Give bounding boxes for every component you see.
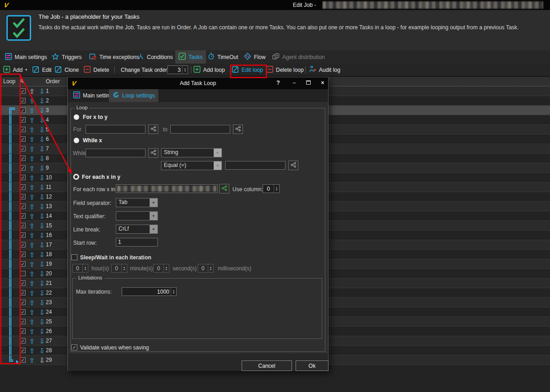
move-down-button[interactable]: ⇩: [38, 115, 46, 125]
variable-picker-button[interactable]: [233, 124, 243, 134]
move-down-button[interactable]: ⇩: [38, 202, 46, 211]
move-down-button[interactable]: ⇩: [38, 327, 46, 336]
edit-task-button[interactable]: Edit: [32, 64, 52, 76]
column-header-loop[interactable]: Loop: [3, 78, 16, 85]
move-up-button[interactable]: ⇧: [28, 307, 36, 317]
move-down-button[interactable]: ⇩: [38, 307, 46, 317]
spinner-arrows-icon[interactable]: ▴▾: [121, 264, 127, 272]
add-task-button[interactable]: Add▾: [3, 64, 27, 76]
delete-loop-button[interactable]: Delete loop: [266, 64, 304, 76]
row-active-checkbox[interactable]: ✓: [20, 328, 26, 334]
line-break-dropdown[interactable]: CrLf▼: [116, 225, 158, 234]
move-up-button[interactable]: ⇧: [28, 298, 36, 307]
sleep-seconds-spinner[interactable]: 0▴▾: [153, 264, 169, 273]
sleep-hours-spinner[interactable]: 0▴▾: [72, 264, 88, 273]
row-active-checkbox[interactable]: ✓: [20, 357, 26, 363]
move-up-button[interactable]: ⇧: [28, 346, 36, 355]
tab-flow[interactable]: Flow: [241, 50, 269, 64]
row-active-checkbox[interactable]: ✓: [20, 88, 26, 94]
move-up-button[interactable]: ⇧: [28, 211, 36, 221]
row-active-checkbox[interactable]: ✓: [20, 300, 26, 305]
column-header-order[interactable]: Order: [46, 78, 60, 85]
row-active-checkbox[interactable]: ✓: [20, 338, 26, 344]
variable-picker-button[interactable]: [148, 124, 158, 134]
while-type-dropdown[interactable]: String▼: [161, 148, 222, 157]
radio-label[interactable]: For x to y: [83, 114, 108, 120]
variable-picker-button[interactable]: [219, 184, 229, 193]
add-loop-button[interactable]: Add loop: [194, 64, 225, 76]
minimize-button[interactable]: –: [291, 79, 298, 86]
for-each-source-input[interactable]: [116, 184, 218, 193]
move-down-button[interactable]: ⇩: [38, 183, 46, 192]
spinner-arrows-icon[interactable]: ▴▾: [182, 66, 188, 74]
move-down-button[interactable]: ⇩: [38, 125, 46, 134]
move-up-button[interactable]: ⇧: [28, 269, 36, 279]
move-down-button[interactable]: ⇩: [38, 346, 46, 355]
column-header-active[interactable]: A: [20, 78, 23, 85]
for-to-input[interactable]: [170, 125, 230, 134]
move-up-button[interactable]: ⇧: [28, 202, 36, 211]
radio-while-x[interactable]: [74, 138, 79, 143]
move-up-button[interactable]: ⇧: [28, 240, 36, 250]
move-up-button[interactable]: ⇧: [28, 317, 36, 327]
max-iterations-spinner[interactable]: 1000▴▾: [122, 287, 177, 296]
maximize-button[interactable]: [305, 79, 312, 86]
move-down-button[interactable]: ⇩: [38, 355, 46, 365]
ok-button[interactable]: Ok: [296, 360, 329, 371]
move-down-button[interactable]: ⇩: [38, 269, 46, 279]
row-active-checkbox[interactable]: ✓: [20, 319, 26, 324]
spinner-arrows-icon[interactable]: ▴▾: [82, 264, 88, 272]
validate-checkbox[interactable]: ✓: [71, 344, 77, 350]
tab-tasks[interactable]: Tasks: [175, 50, 206, 64]
row-active-checkbox[interactable]: ✓: [20, 280, 26, 286]
tab-triggers[interactable]: Triggers: [49, 50, 85, 64]
cancel-button[interactable]: Cancel: [242, 360, 292, 371]
move-down-button[interactable]: ⇩: [38, 192, 46, 202]
move-up-button[interactable]: ⇧: [28, 173, 36, 183]
row-active-checkbox[interactable]: ✓: [20, 136, 26, 142]
clone-task-button[interactable]: Clone: [55, 64, 79, 76]
move-down-button[interactable]: ⇩: [38, 231, 46, 240]
while-operator-dropdown[interactable]: Equal (=)▼: [161, 161, 222, 170]
tab-timeout[interactable]: TimeOut: [205, 50, 242, 64]
close-button[interactable]: ×: [319, 79, 326, 86]
move-up-button[interactable]: ⇧: [28, 288, 36, 298]
tab-conditions[interactable]: Conditions: [134, 50, 176, 64]
move-up-button[interactable]: ⇧: [28, 115, 36, 125]
move-up-button[interactable]: ⇧: [28, 250, 36, 259]
move-down-button[interactable]: ⇩: [38, 173, 46, 183]
move-down-button[interactable]: ⇩: [38, 317, 46, 327]
move-down-button[interactable]: ⇩: [38, 96, 46, 106]
row-active-checkbox[interactable]: ✓: [20, 146, 26, 151]
move-down-button[interactable]: ⇩: [38, 134, 46, 144]
variable-picker-button[interactable]: [148, 148, 158, 158]
spinner-arrows-icon[interactable]: ▴▾: [171, 288, 176, 295]
row-active-checkbox[interactable]: ✓: [20, 204, 26, 209]
row-active-checkbox[interactable]: ✓: [20, 156, 26, 161]
move-down-button[interactable]: ⇩: [38, 106, 46, 115]
row-active-checkbox[interactable]: ✓: [20, 252, 26, 257]
move-down-button[interactable]: ⇩: [38, 250, 46, 259]
sleep-minutes-spinner[interactable]: 0▴▾: [111, 264, 127, 273]
while-compare-input[interactable]: [225, 161, 286, 170]
validate-label[interactable]: Validate values when saving: [80, 344, 149, 351]
radio-for-x-to-y[interactable]: [74, 114, 79, 120]
move-down-button[interactable]: ⇩: [38, 279, 46, 288]
dialog-titlebar[interactable]: V Add Task Loop ? – ×: [68, 77, 328, 89]
radio-label[interactable]: While x: [83, 137, 102, 144]
sleep-wait-checkbox[interactable]: [71, 254, 77, 260]
move-down-button[interactable]: ⇩: [38, 211, 46, 221]
tab-main-settings[interactable]: Main settings: [2, 50, 50, 64]
row-active-checkbox[interactable]: [20, 271, 26, 276]
row-active-checkbox[interactable]: ✓: [20, 107, 26, 113]
row-active-checkbox[interactable]: ✓: [20, 223, 26, 228]
variable-picker-button[interactable]: [288, 161, 298, 170]
for-from-input[interactable]: [86, 125, 146, 134]
row-active-checkbox[interactable]: ✓: [20, 232, 26, 238]
text-qualifier-dropdown[interactable]: ▼: [116, 211, 158, 220]
row-active-checkbox[interactable]: ✓: [20, 309, 26, 315]
start-row-input[interactable]: 1: [116, 238, 158, 247]
row-active-checkbox[interactable]: ✓: [20, 290, 26, 295]
move-down-button[interactable]: ⇩: [38, 298, 46, 307]
move-down-button[interactable]: ⇩: [38, 336, 46, 346]
